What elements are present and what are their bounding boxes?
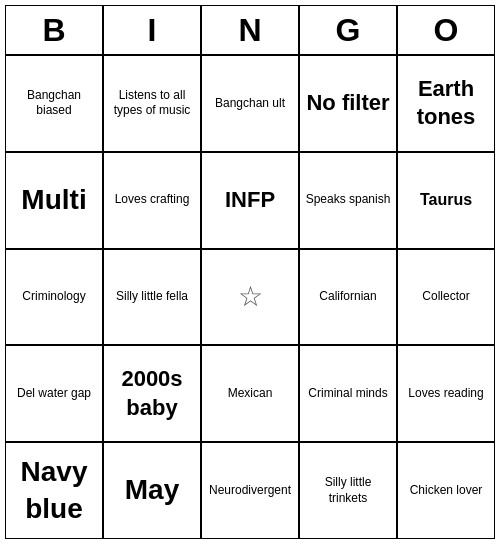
bingo-cell: Californian xyxy=(299,249,397,346)
bingo-cell: Bangchan biased xyxy=(5,55,103,152)
header-letter: N xyxy=(201,5,299,55)
bingo-cell: Taurus xyxy=(397,152,495,249)
bingo-cell: 2000s baby xyxy=(103,345,201,442)
bingo-cell: Silly little trinkets xyxy=(299,442,397,539)
header-letter: G xyxy=(299,5,397,55)
bingo-cell: INFP xyxy=(201,152,299,249)
header-letter: B xyxy=(5,5,103,55)
bingo-card: BINGO Bangchan biasedListens to all type… xyxy=(5,5,495,539)
bingo-row: MultiLoves craftingINFPSpeaks spanishTau… xyxy=(5,152,495,249)
bingo-cell: Speaks spanish xyxy=(299,152,397,249)
bingo-row: Navy blueMayNeurodivergentSilly little t… xyxy=(5,442,495,539)
header-letter: I xyxy=(103,5,201,55)
bingo-cell: Navy blue xyxy=(5,442,103,539)
bingo-cell: Multi xyxy=(5,152,103,249)
bingo-cell: ☆ xyxy=(201,249,299,346)
header-letter: O xyxy=(397,5,495,55)
bingo-row: Del water gap2000s babyMexicanCriminal m… xyxy=(5,345,495,442)
bingo-cell: Earth tones xyxy=(397,55,495,152)
bingo-grid: Bangchan biasedListens to all types of m… xyxy=(5,55,495,539)
bingo-cell: No filter xyxy=(299,55,397,152)
bingo-cell: Silly little fella xyxy=(103,249,201,346)
bingo-row: CriminologySilly little fella☆California… xyxy=(5,249,495,346)
bingo-cell: Bangchan ult xyxy=(201,55,299,152)
bingo-row: Bangchan biasedListens to all types of m… xyxy=(5,55,495,152)
bingo-cell: Del water gap xyxy=(5,345,103,442)
bingo-cell: Chicken lover xyxy=(397,442,495,539)
bingo-cell: Collector xyxy=(397,249,495,346)
bingo-cell: Criminology xyxy=(5,249,103,346)
bingo-cell: Neurodivergent xyxy=(201,442,299,539)
bingo-cell: Criminal minds xyxy=(299,345,397,442)
bingo-cell: Loves crafting xyxy=(103,152,201,249)
bingo-cell: Mexican xyxy=(201,345,299,442)
bingo-header: BINGO xyxy=(5,5,495,55)
bingo-cell: May xyxy=(103,442,201,539)
bingo-cell: Listens to all types of music xyxy=(103,55,201,152)
bingo-cell: Loves reading xyxy=(397,345,495,442)
star-icon: ☆ xyxy=(238,279,263,315)
